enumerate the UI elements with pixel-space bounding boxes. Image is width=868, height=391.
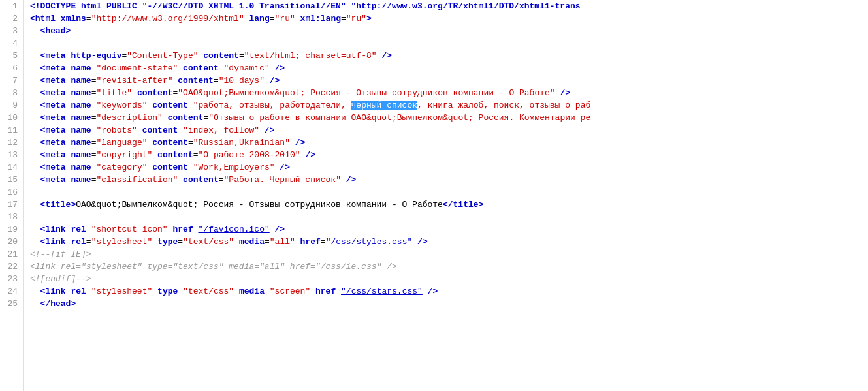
text-token: = [265, 287, 270, 296]
line-number: 15 [5, 174, 18, 186]
text-token [30, 63, 40, 73]
tag-token: <meta [40, 138, 66, 148]
tag-token: /> [270, 76, 280, 86]
line-number: 20 [5, 236, 18, 248]
attr-value-token: "revisit-after" [96, 76, 172, 86]
attr-value-start-token: "работа, отзывы, работодатели, [193, 101, 351, 110]
text-token: = [270, 14, 275, 23]
tag-token: <meta [40, 88, 66, 98]
line-number: 10 [5, 112, 18, 124]
attr-value-token: "text/html; charset=utf-8" [244, 51, 377, 61]
attr-value-token: "description" [96, 113, 162, 123]
attr-value-token: "text/css" [183, 287, 234, 296]
text-token: = [178, 287, 183, 296]
code-line: <meta name="description" content="Отзывы… [30, 112, 868, 124]
tag-token: <html [30, 14, 56, 23]
text-token: = [193, 150, 199, 160]
line-number: 7 [5, 74, 18, 87]
attr-value-token: "10 days" [219, 76, 265, 86]
text-token [423, 287, 428, 296]
attr-name-token: name [71, 150, 91, 160]
tag-token: <head> [40, 26, 71, 36]
attr-value-token: "ru" [275, 14, 295, 23]
text-token [30, 76, 40, 86]
attr-name-token: rel [71, 225, 86, 234]
attr-name-token: type [157, 287, 178, 296]
link-value-token: "/css/styles.css" [326, 237, 413, 247]
line-number: 23 [5, 273, 18, 285]
text-token [30, 150, 40, 160]
attr-name-token: name [71, 125, 91, 135]
attr-value-token: "document-state" [96, 63, 178, 73]
text-token [30, 113, 40, 123]
attr-name-token: name [71, 113, 91, 123]
tag-token: <meta [40, 101, 66, 110]
attr-value-token: "category" [96, 163, 147, 172]
text-token: = [336, 287, 341, 296]
attr-value-token: "ru" [346, 14, 366, 23]
text-token: = [86, 225, 91, 234]
text-token [30, 163, 40, 172]
text-token: = [188, 101, 193, 110]
attr-name-token: http-equiv [71, 51, 121, 61]
attr-value-token: "Work,Employers" [193, 163, 275, 172]
line-number: 24 [5, 285, 18, 298]
text-token [30, 175, 40, 185]
line-numbers: 1234567891011121314151617181920212223242… [0, 0, 24, 391]
line-number: 16 [5, 186, 18, 198]
text-token [234, 237, 239, 247]
code-line: <meta name="copyright" content="О работе… [30, 149, 868, 161]
attr-name-token: href [315, 287, 336, 296]
tag-token: <meta [40, 163, 66, 172]
attr-name-token: name [71, 101, 91, 110]
tag-token: <title> [40, 200, 76, 210]
tag-token: /> [346, 175, 357, 185]
line-number: 8 [5, 87, 18, 99]
text-token [290, 138, 295, 148]
line-number: 17 [5, 198, 18, 211]
attr-name-token: name [71, 63, 91, 73]
text-token [30, 225, 40, 234]
text-token: = [86, 14, 91, 23]
text-token [270, 225, 275, 234]
code-line: <meta name="revisit-after" content="10 d… [30, 74, 868, 87]
attr-name-token: content [168, 113, 204, 123]
tag-token: <meta [40, 175, 66, 185]
attr-name-token: content [152, 163, 188, 172]
text-token [132, 88, 137, 98]
line-number: 9 [5, 99, 18, 112]
attr-name-token: xml:lang [300, 14, 341, 23]
attr-value-token: "title" [96, 88, 132, 98]
code-line: <html xmlns="http://www.w3.org/1999/xhtm… [30, 12, 868, 25]
attr-value-token: "keywords" [96, 101, 147, 110]
text-token: = [86, 237, 91, 247]
text-token [30, 88, 40, 98]
attr-value-token: "copyright" [96, 150, 152, 160]
text-token [30, 299, 40, 309]
text-content-token: ОАО&quot;Вымпелком&quot; Россия - Отзывы… [76, 200, 443, 210]
line-number: 22 [5, 260, 18, 273]
attr-value-token: "language" [96, 138, 147, 148]
attr-name-token: name [71, 163, 91, 172]
line-number: 14 [5, 161, 18, 174]
text-token [30, 200, 40, 210]
line-number: 19 [5, 223, 18, 236]
text-token [137, 125, 142, 135]
comment-token: <!--[if IE]> [30, 249, 91, 259]
text-token: = [219, 175, 224, 185]
attr-name-token: rel [71, 237, 86, 247]
line-number: 5 [5, 50, 18, 62]
tag-token: <!DOCTYPE html PUBLIC "-//W3C//DTD XHTML… [30, 1, 581, 11]
line-number: 11 [5, 124, 18, 136]
tag-token: /> [275, 225, 285, 234]
text-token [30, 138, 40, 148]
line-number: 4 [5, 37, 18, 50]
link-value-token: "/css/stars.css" [341, 287, 423, 296]
text-token [56, 14, 61, 23]
code-line: <meta name="language" content="Russian,U… [30, 136, 868, 149]
tag-token: <meta [40, 51, 66, 61]
code-line: <link rel="shortcut icon" href="/favicon… [30, 223, 868, 236]
code-line: <meta http-equiv="Content-Type" content=… [30, 50, 868, 62]
tag-token: <meta [40, 63, 66, 73]
attr-value-token: "classification" [96, 175, 178, 185]
